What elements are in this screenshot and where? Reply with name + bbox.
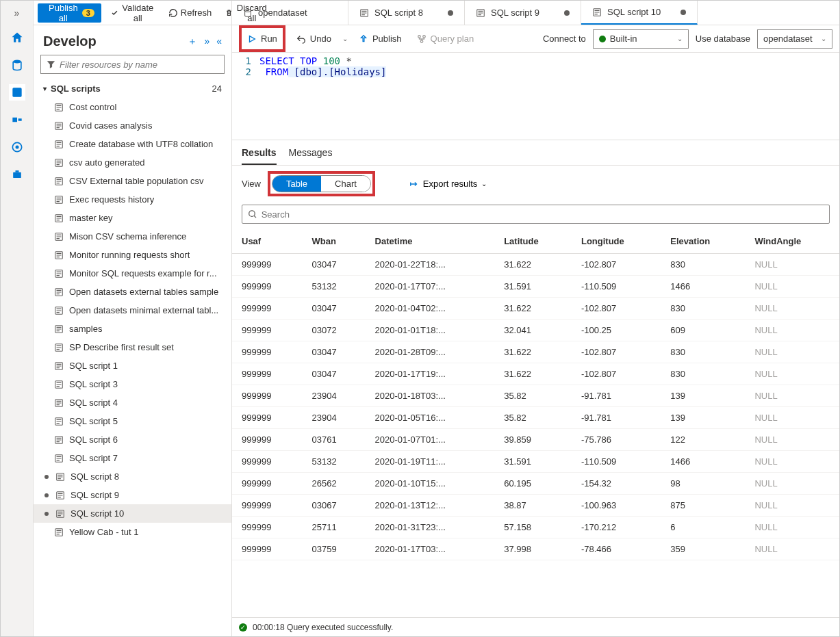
column-header[interactable]: Longitude (572, 229, 661, 254)
svg-point-0 (13, 60, 21, 64)
column-header[interactable]: Elevation (661, 229, 745, 254)
svg-rect-5 (15, 170, 18, 172)
table-row[interactable]: 999999531322020-01-17T07:...31.591-110.5… (232, 276, 839, 298)
manage-icon[interactable] (9, 166, 25, 183)
results-search[interactable] (242, 205, 830, 224)
svg-point-35 (422, 35, 425, 38)
table-row[interactable]: 999999037592020-01-17T03:...37.998-78.46… (232, 538, 839, 560)
main-area: opendatasetSQL script 8SQL script 9SQL s… (232, 1, 839, 636)
query-plan-button[interactable]: Query plan (413, 31, 479, 47)
toggle-chart-button[interactable]: Chart (321, 176, 370, 192)
chevron-down-icon: ⌄ (677, 35, 683, 42)
table-row[interactable]: 999999239042020-01-18T03:...35.82-91.781… (232, 385, 839, 407)
publish-button[interactable]: Publish (355, 31, 406, 47)
tree-item[interactable]: Monitor running requests short (34, 246, 231, 264)
results-tab[interactable]: Results (242, 147, 277, 165)
column-header[interactable]: Usaf (232, 229, 302, 254)
editor-toolbar: Run Undo ⌄ Publish Query plan Connect to… (232, 25, 839, 53)
table-row[interactable]: 999999030472020-01-17T19:...31.622-102.8… (232, 363, 839, 385)
tree-item[interactable]: Cost control (34, 98, 231, 116)
toggle-table-button[interactable]: Table (272, 176, 321, 192)
tree-item[interactable]: SQL script 7 (34, 449, 231, 467)
sidebar-title: Develop (43, 34, 97, 49)
filter-input-wrapper[interactable] (40, 55, 225, 74)
column-header[interactable]: WindAngle (745, 229, 839, 254)
dirty-dot-icon (44, 512, 49, 516)
tree-item[interactable]: Create database with UTF8 collation (34, 135, 231, 153)
editor-tab[interactable]: opendataset (232, 1, 348, 25)
home-icon[interactable] (9, 29, 25, 46)
table-row[interactable]: 999999030472020-01-28T09:...31.622-102.8… (232, 341, 839, 363)
table-row[interactable]: 999999030672020-01-13T12:...38.87-100.96… (232, 495, 839, 517)
sql-editor[interactable]: 1SELECT TOP 100 * 2 FROM [dbo].[Holidays… (232, 53, 839, 140)
table-row[interactable]: 999999239042020-01-05T16:...35.82-91.781… (232, 407, 839, 429)
table-row[interactable]: 999999030472020-01-04T02:...31.622-102.8… (232, 298, 839, 320)
resource-tree: ▾ SQL scripts 24 Cost controlCovid cases… (34, 79, 231, 636)
tree-item[interactable]: SQL script 6 (34, 430, 231, 449)
toggle-highlight: Table Chart (268, 171, 375, 196)
filter-input[interactable] (60, 60, 218, 70)
messages-tab[interactable]: Messages (289, 147, 333, 165)
tree-item[interactable]: CSV External table population csv (34, 172, 231, 190)
run-button[interactable]: Run (243, 31, 281, 47)
status-text: 00:00:18 Query executed successfully. (253, 623, 393, 632)
column-header[interactable]: Datetime (366, 229, 495, 254)
tree-item[interactable]: master key (34, 209, 231, 227)
expand-icon[interactable]: » (14, 8, 20, 18)
publish-all-button[interactable]: Publish all 3 (38, 3, 101, 23)
integrate-icon[interactable] (9, 112, 25, 128)
tree-item[interactable]: csv auto generated (34, 153, 231, 172)
tree-item[interactable]: Yellow Cab - tut 1 (34, 523, 231, 541)
tree-item[interactable]: SQL script 5 (34, 412, 231, 430)
table-row[interactable]: 999999037612020-01-07T01:...39.859-75.78… (232, 429, 839, 451)
table-row[interactable]: 999999257112020-01-31T23:...57.158-170.2… (232, 517, 839, 538)
tree-item[interactable]: Open datasets external tables sample (34, 283, 231, 301)
connect-to-dropdown[interactable]: Built-in ⌄ (593, 29, 689, 49)
results-grid[interactable]: UsafWbanDatetimeLatitudeLongitudeElevati… (232, 229, 839, 617)
column-header[interactable]: Latitude (494, 229, 572, 254)
tree-item[interactable]: SQL script 1 (34, 356, 231, 375)
add-icon[interactable]: ＋ (188, 36, 197, 48)
table-row[interactable]: 999999030722020-01-01T18:...32.041-100.2… (232, 320, 839, 341)
tree-item[interactable]: SQL script 9 (34, 486, 231, 504)
column-header[interactable]: Wban (302, 229, 365, 254)
tree-item[interactable]: Monitor SQL requests example for r... (34, 264, 231, 283)
monitor-icon[interactable] (9, 139, 25, 155)
chevron-down-icon[interactable]: ⌄ (342, 35, 348, 42)
tree-item[interactable]: SQL script 8 (34, 467, 231, 486)
tree-item[interactable]: SQL script 3 (34, 375, 231, 393)
search-icon (248, 209, 257, 219)
table-row[interactable]: 999999531322020-01-19T11:...31.591-110.5… (232, 451, 839, 473)
tree-item[interactable]: Exec requests history (34, 190, 231, 209)
tree-item[interactable]: samples (34, 320, 231, 338)
refresh-button[interactable]: Refresh (164, 5, 216, 21)
tree-item[interactable]: Covid cases analysis (34, 116, 231, 135)
table-row[interactable]: 999999030472020-01-22T18:...31.622-102.8… (232, 254, 839, 276)
success-icon: ✓ (239, 623, 247, 632)
export-results-button[interactable]: Export results ⌄ (409, 179, 487, 189)
svg-point-34 (418, 35, 420, 38)
caret-down-icon: ▾ (43, 85, 47, 92)
validate-all-button[interactable]: Validate all (107, 0, 159, 26)
tree-item[interactable]: SQL script 4 (34, 393, 231, 412)
tree-item[interactable]: SP Describe first result set (34, 338, 231, 356)
editor-tabs: opendatasetSQL script 8SQL script 9SQL s… (232, 1, 839, 25)
results-search-input[interactable] (262, 209, 824, 220)
editor-tab[interactable]: SQL script 9 (465, 1, 581, 25)
develop-icon[interactable] (9, 84, 25, 101)
tree-item[interactable]: Open datasets minimal external tabl... (34, 301, 231, 320)
undo-button[interactable]: Undo (292, 31, 335, 47)
table-row[interactable]: 999999265622020-01-10T15:...60.195-154.3… (232, 473, 839, 495)
dirty-dot-icon (680, 10, 686, 15)
collapse-panel-icon[interactable]: « (216, 36, 222, 48)
use-database-dropdown[interactable]: opendataset ⌄ (757, 29, 832, 49)
tree-group-sql-scripts[interactable]: ▾ SQL scripts 24 (34, 79, 231, 98)
tree-item[interactable]: SQL script 10 (34, 504, 231, 523)
editor-tab[interactable]: SQL script 8 (348, 1, 465, 25)
editor-tab[interactable]: SQL script 10 (581, 1, 698, 25)
expand-all-icon[interactable]: » (204, 36, 209, 48)
status-dot-icon (599, 36, 606, 42)
tree-item[interactable]: Mison CSV schema inference (34, 227, 231, 246)
data-icon[interactable] (9, 57, 25, 73)
svg-point-36 (420, 40, 423, 42)
